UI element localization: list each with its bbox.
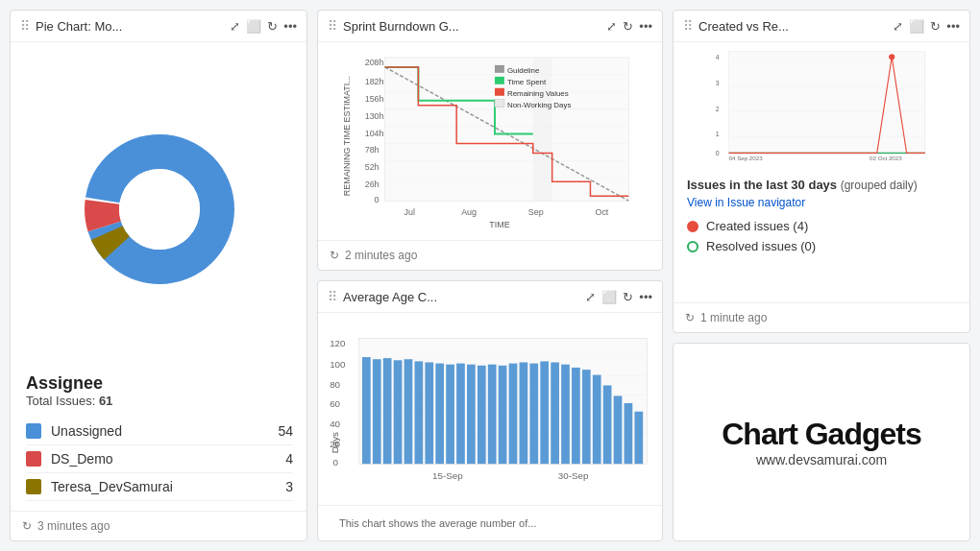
svg-text:208h: 208h [365,58,384,67]
created-issues-legend: Created issues (4) [687,219,956,233]
refresh-icon[interactable]: ↻ [267,19,278,34]
cvr-svg: 4 3 2 1 0 04 Sep 2023 [683,48,960,162]
refresh-icon-4[interactable]: ↻ [930,19,941,34]
svg-rect-56 [404,359,413,464]
legend-color-teresa [26,479,41,494]
svg-text:0: 0 [716,150,720,156]
sprint-burndown-timestamp: 2 minutes ago [345,249,417,262]
svg-rect-64 [488,365,497,465]
avg-age-chart-area: 120 100 80 60 40 20 0 Days [318,313,662,505]
expand-icon-2[interactable]: ⤢ [606,19,617,34]
svg-text:2: 2 [716,106,720,112]
donut-chart-container [26,52,293,366]
svg-rect-55 [394,360,403,464]
svg-text:Aug: Aug [461,207,477,217]
drag-handle-icon[interactable]: ⠿ [20,18,30,34]
svg-text:Guideline: Guideline [507,66,540,75]
avg-age-actions: ⤢ ⬜ ↻ ••• [585,290,652,304]
legend-item-dsdemo: DS_Demo 4 [26,445,293,473]
svg-rect-67 [520,362,528,464]
fullscreen-icon-3[interactable]: ⬜ [601,290,617,304]
svg-text:40: 40 [330,419,340,429]
avg-age-panel: ⠿ Average Age C... ⤢ ⬜ ↻ ••• 120 100 80 … [317,280,663,541]
right-column: ⠿ Created vs Re... ⤢ ⬜ ↻ ••• 4 3 2 1 0 [673,10,970,541]
more-icon-2[interactable]: ••• [639,19,652,34]
more-icon[interactable]: ••• [283,19,297,34]
legend-label-teresa: Teresa_DevSamurai [51,479,276,494]
expand-icon-4[interactable]: ⤢ [893,19,903,34]
svg-text:100: 100 [330,359,346,370]
svg-text:REMAINING TIME ESTIMATI...: REMAINING TIME ESTIMATI... [342,76,352,196]
cvr-actions: ⤢ ⬜ ↻ ••• [893,19,960,34]
svg-rect-71 [561,365,570,465]
svg-text:02 Oct 2023: 02 Oct 2023 [870,155,902,161]
cvr-chart-area: 4 3 2 1 0 04 Sep 2023 [674,42,969,168]
svg-rect-59 [435,364,444,465]
pie-chart-actions: ⤢ ⬜ ↻ ••• [230,19,297,34]
assignee-info: Assignee Total Issues: 61 Unassigned 54 … [26,366,293,501]
legend-label-unassigned: Unassigned [51,423,268,439]
sprint-burndown-panel: ⠿ Sprint Burndown G... ⤢ ↻ ••• 208h 182h… [317,10,663,271]
legend-item-unassigned: Unassigned 54 [26,418,293,445]
resolved-issues-label: Resolved issues (0) [706,239,816,253]
svg-text:26h: 26h [365,180,380,189]
svg-rect-24 [495,65,504,73]
svg-text:1: 1 [716,131,720,137]
svg-rect-74 [593,375,601,465]
svg-rect-57 [414,361,423,464]
svg-point-91 [889,54,894,60]
brand-name: Chart Gadgets [722,417,920,452]
view-in-navigator[interactable]: View in Issue navigator [687,196,956,209]
expand-icon-3[interactable]: ⤢ [585,290,596,304]
svg-rect-52 [362,357,371,464]
svg-rect-69 [540,361,549,464]
svg-rect-26 [495,77,504,84]
sprint-burndown-footer: ↻ 2 minutes ago [318,240,662,270]
pie-chart-timestamp: 3 minutes ago [37,519,110,533]
cvr-title: Created vs Re... [698,19,887,34]
svg-rect-77 [625,403,633,464]
middle-column: ⠿ Sprint Burndown G... ⤢ ↻ ••• 208h 182h… [317,10,663,541]
resolved-issues-legend: Resolved issues (0) [687,239,956,253]
drag-handle-icon-3[interactable]: ⠿ [328,289,337,304]
cvr-footer: ↻ 1 minute ago [674,302,969,332]
svg-rect-66 [509,364,518,465]
svg-text:80: 80 [330,379,340,390]
svg-text:Time Spent: Time Spent [507,78,547,86]
sprint-burndown-actions: ⤢ ↻ ••• [606,19,652,34]
avg-age-title: Average Age C... [343,290,579,304]
svg-text:4: 4 [716,54,720,60]
svg-rect-54 [383,358,392,464]
sprint-burndown-title: Sprint Burndown G... [343,19,600,34]
legend-color-dsdemo [26,451,41,467]
more-icon-3[interactable]: ••• [639,290,652,304]
sprint-burndown-header: ⠿ Sprint Burndown G... ⤢ ↻ ••• [318,11,662,42]
expand-icon[interactable]: ⤢ [230,19,240,34]
cvr-issues-info: Issues in the last 30 days (grouped dail… [674,168,969,301]
svg-text:3: 3 [716,80,720,86]
svg-text:78h: 78h [365,145,380,155]
avg-age-svg: 120 100 80 60 40 20 0 Days [328,319,652,499]
svg-rect-68 [529,364,538,465]
svg-text:120: 120 [330,338,346,348]
cvr-timestamp: 1 minute ago [700,311,767,324]
svg-rect-86 [729,52,925,154]
total-issues-value: 61 [99,394,112,408]
fullscreen-icon[interactable]: ⬜ [246,19,261,34]
svg-rect-58 [425,362,433,464]
svg-rect-53 [373,359,381,464]
resolved-dot [687,241,698,252]
legend-value-dsdemo: 4 [285,451,293,467]
more-icon-4[interactable]: ••• [946,19,960,34]
svg-text:Remaining Values: Remaining Values [507,89,569,98]
refresh-icon-3[interactable]: ↻ [623,290,633,304]
svg-rect-76 [614,395,623,464]
drag-handle-icon-2[interactable]: ⠿ [328,18,337,34]
refresh-footer-icon-4: ↻ [685,311,695,324]
svg-rect-60 [446,365,454,465]
fullscreen-icon-4[interactable]: ⬜ [909,19,924,34]
refresh-icon-2[interactable]: ↻ [623,19,633,34]
drag-handle-icon-4[interactable]: ⠿ [683,18,693,34]
legend-list: Unassigned 54 DS_Demo 4 Teresa_DevSamura… [26,418,293,501]
svg-rect-72 [572,368,580,464]
